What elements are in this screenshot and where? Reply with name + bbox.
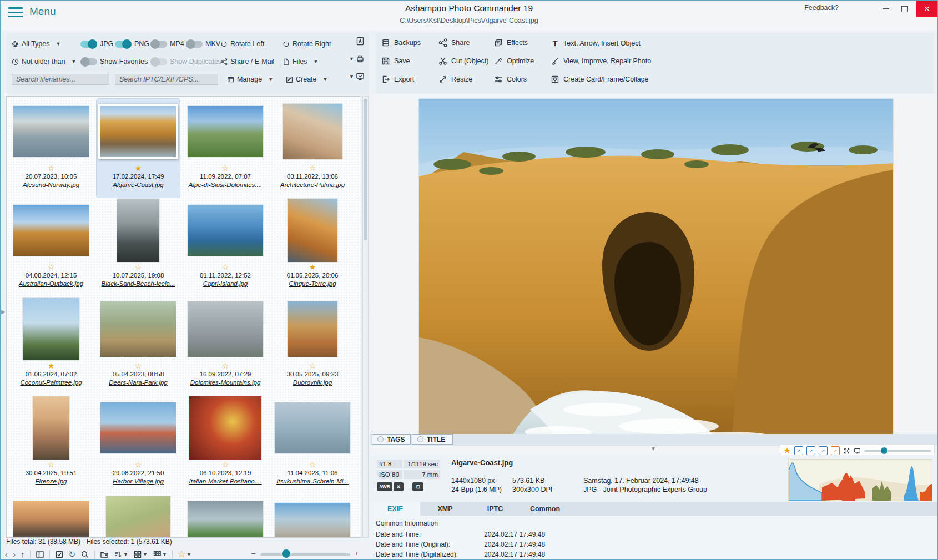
colors-button[interactable]: Colors	[494, 75, 527, 84]
thumbnail-firenze[interactable]: ☆30.04.2025, 19:51Firenze.jpg	[9, 395, 93, 494]
export-pdf-button[interactable]	[356, 37, 365, 46]
thumbnail-image[interactable]	[23, 298, 79, 360]
star-outline-icon[interactable]: ☆	[97, 461, 180, 469]
thumbnail-filename[interactable]: Coconut-Palmtree.jpg	[9, 379, 93, 386]
thumb-zoom-out[interactable]: –	[251, 549, 255, 557]
thumbnail-image[interactable]	[188, 501, 263, 538]
star-outline-icon[interactable]: ☆	[97, 263, 180, 271]
tab-title[interactable]: TITLE	[412, 434, 453, 445]
tab-iptc[interactable]: IPTC	[470, 502, 520, 516]
star-outline-icon[interactable]: ☆	[9, 263, 93, 271]
feedback-link[interactable]: Feedback?	[804, 4, 839, 12]
text-arrow-insert-button[interactable]: TText, Arrow, Insert Object	[551, 38, 641, 48]
thumbnail-filename[interactable]: Dolomites-Mountains.jpg	[184, 379, 267, 386]
thumbnail-image[interactable]	[100, 301, 176, 357]
rotate-left-button[interactable]: Rotate Left	[220, 40, 283, 48]
thumbnail-harbor-village[interactable]: ☆29.08.2022, 21:50Harbor-Village.jpg	[97, 395, 180, 494]
effects-button[interactable]: Effects	[494, 38, 528, 47]
viewer-zoom-slider[interactable]	[864, 447, 931, 455]
thumbnail-image[interactable]	[98, 104, 178, 159]
thumbnail-image[interactable]	[283, 104, 342, 159]
thumbnail-filename[interactable]: Italian-Market-Positano....	[184, 477, 267, 485]
backups-button[interactable]: Backups	[381, 38, 421, 47]
select-checkbox-icon[interactable]	[55, 550, 64, 559]
thumbnail-image[interactable]	[13, 501, 89, 538]
print-button[interactable]: ▼	[346, 54, 365, 63]
preview-image-algarve-coast[interactable]	[419, 99, 893, 445]
thumb-zoom-knob[interactable]	[282, 549, 290, 558]
star-outline-icon[interactable]: ☆	[9, 164, 93, 173]
fullscreen-icon[interactable]	[843, 447, 850, 455]
all-types-dropdown[interactable]: All Types▼	[12, 40, 80, 48]
thumbnail-image[interactable]	[33, 396, 69, 460]
thumbnail-itsukushima-schrein-mi[interactable]: ☆11.04.2023, 11:06Itsukushima-Schrein-Mi…	[271, 395, 354, 494]
star-filled-icon[interactable]: ★	[97, 164, 180, 173]
thumbnail-image[interactable]	[13, 106, 89, 157]
expand-details-chevron-icon[interactable]: ⌄	[923, 3, 930, 12]
thumbnail-filename[interactable]: Architecture-Palma.jpg	[271, 181, 354, 189]
star-outline-icon[interactable]: ☆	[184, 461, 267, 469]
star-outline-icon[interactable]: ☆	[271, 362, 354, 370]
thumbnail-item-19[interactable]	[184, 494, 267, 538]
export-button[interactable]: Export	[381, 75, 414, 84]
resize-button[interactable]: Resize	[438, 75, 472, 84]
create-dropdown[interactable]: Create▼	[286, 75, 327, 83]
up-folder-button[interactable]: ↑	[21, 549, 25, 559]
thumbnail-image[interactable]	[275, 503, 350, 538]
star-outline-icon[interactable]: ☆	[97, 362, 180, 370]
maximize-button[interactable]	[895, 1, 914, 17]
search-filenames-input[interactable]: Search filenames...	[12, 74, 109, 85]
thumbnail-algarve-coast[interactable]: ★17.02.2024, 17:49Algarve-Coast.jpg	[97, 99, 180, 198]
create-card-frame-collage-button[interactable]: Create Card/Frame/Collage	[551, 75, 649, 84]
grid-scrollbar[interactable]	[362, 96, 369, 538]
tab-common[interactable]: Common	[520, 502, 570, 516]
thumbnail-image[interactable]	[188, 301, 263, 357]
thumbnail-alpe-di-siusi-dolomites[interactable]: ☆11.09.2022, 07:07Alpe-di-Siusi-Dolomite…	[184, 99, 267, 198]
thumbnail-cinque-terre[interactable]: ★01.05.2025, 20:06Cinque-Terre.jpg	[271, 198, 354, 296]
thumb-zoom-slider[interactable]	[260, 553, 350, 556]
rating-box-icon-1[interactable]: ↗	[794, 446, 803, 455]
thumbnail-filename[interactable]: Dubrovnik.jpg	[271, 379, 354, 386]
previous-button[interactable]: ‹	[5, 549, 8, 559]
thumbnail-item-18[interactable]	[97, 494, 180, 538]
thumbnail-filename[interactable]: Australian-Outback.jpg	[9, 280, 93, 287]
thumbnail-dubrovnik[interactable]: ☆30.05.2025, 09:23Dubrovnik.jpg	[271, 296, 354, 395]
thumbnail-image[interactable]	[275, 402, 350, 453]
thumb-size-dropdown[interactable]: ▼	[153, 550, 167, 559]
rating-box-icon-2[interactable]: ↗	[806, 446, 815, 455]
share-button[interactable]: Share	[438, 38, 470, 47]
rotate-right-button[interactable]: Rotate Right	[283, 40, 331, 48]
thumbnail-italian-market-positano[interactable]: ☆06.10.2023, 12:19Italian-Market-Positan…	[184, 395, 267, 494]
refresh-icon[interactable]: ↻	[69, 549, 76, 559]
thumbnail-filename[interactable]: Firenze.jpg	[9, 477, 93, 485]
thumbnail-architecture-palma[interactable]: ☆03.11.2022, 13:06Architecture-Palma.jpg	[271, 99, 354, 198]
optimize-button[interactable]: Optimize	[494, 57, 534, 65]
thumbnail-filename[interactable]: Capri-Island.jpg	[184, 280, 267, 287]
thumbnail-image[interactable]	[13, 205, 89, 256]
cut-object-button[interactable]: Cut (Object)	[438, 57, 488, 65]
toggle-panel-icon[interactable]	[36, 550, 44, 559]
share-email-button[interactable]: Share / E-Mail	[220, 58, 283, 65]
thumbnail-image[interactable]	[288, 199, 337, 262]
star-outline-icon[interactable]: ☆	[184, 164, 267, 173]
thumbnail-image[interactable]	[106, 496, 170, 538]
thumbnail-coconut-palmtree[interactable]: ★01.06.2024, 07:02Coconut-Palmtree.jpg	[9, 296, 93, 395]
thumbnail-image[interactable]	[100, 402, 176, 453]
mp4-toggle[interactable]: MP4	[150, 40, 186, 48]
star-outline-icon[interactable]: ☆	[271, 461, 354, 469]
show-duplicates-toggle[interactable]: Show Duplicates	[150, 58, 220, 65]
thumbnail-image[interactable]	[117, 199, 159, 262]
viewer-zoom-knob[interactable]	[881, 447, 887, 454]
slideshow-button[interactable]: ▼	[346, 72, 365, 81]
png-toggle[interactable]: PNG	[115, 40, 150, 48]
tab-xmp[interactable]: XMP	[420, 502, 470, 516]
thumbnail-black-sand-beach-icela[interactable]: ☆10.07.2025, 19:08Black-Sand-Beach-Icela…	[97, 198, 180, 296]
thumbnail-filename[interactable]: Cinque-Terre.jpg	[271, 280, 354, 287]
thumbnail-filename[interactable]: Alpe-di-Siusi-Dolomites....	[184, 181, 267, 189]
files-dropdown[interactable]: Files▼	[283, 58, 318, 65]
jpg-toggle[interactable]: JPG	[80, 40, 115, 48]
sort-dropdown[interactable]: ▼	[114, 550, 128, 559]
thumbnail-filename[interactable]: Itsukushima-Schrein-Mi...	[271, 477, 354, 485]
thumbnail-filename[interactable]: Harbor-Village.jpg	[97, 477, 180, 485]
monitor-icon[interactable]	[854, 447, 861, 455]
